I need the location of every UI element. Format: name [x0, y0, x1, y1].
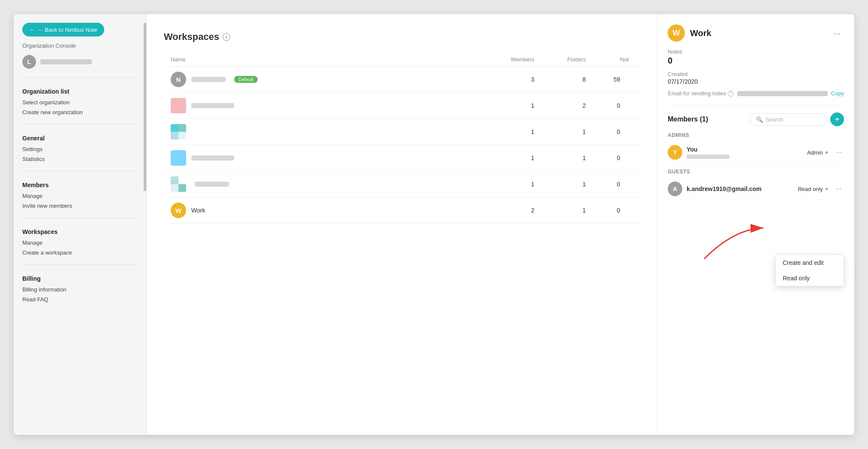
folders-count: 1	[547, 207, 599, 214]
panel-header: W Work ···	[668, 24, 844, 42]
workspace-light-avatar	[171, 176, 186, 192]
members-title: Members (1)	[668, 115, 708, 123]
scrollbar-thumb[interactable]	[144, 23, 146, 191]
table-row[interactable]: 1 2 0	[164, 93, 640, 119]
notes-count: 0	[668, 56, 844, 66]
members-count: 1	[496, 128, 547, 135]
workspaces-title-text: Workspaces	[164, 31, 219, 42]
members-count: 1	[496, 155, 547, 161]
scrollbar-track	[144, 14, 146, 435]
workspace-name-cell	[171, 124, 496, 140]
workspace-name-blurred	[191, 103, 234, 108]
guest-info: k.andrew1910@gmail.com	[687, 185, 793, 192]
table-row[interactable]: 1 1 0	[164, 119, 640, 145]
select-org-link[interactable]: Select organization	[22, 97, 138, 107]
members-count: 1	[496, 181, 547, 188]
create-org-link[interactable]: Create new organization	[22, 107, 138, 117]
default-badge: Default	[234, 76, 258, 83]
workspace-name-cell: W Work	[171, 203, 496, 218]
email-row: Email for sending notes ? Copy	[668, 90, 844, 97]
folders-count: 1	[547, 155, 599, 161]
workspace-avatar: N	[171, 72, 186, 87]
manage-members-link[interactable]: Manage	[22, 191, 138, 201]
back-to-nimbus-button[interactable]: ← ← Back to Nimbus Note	[22, 23, 104, 36]
right-panel: W Work ··· Notes 0 Created 07/17/2020 Em…	[657, 14, 854, 435]
org-list-title: Organization list	[22, 88, 138, 95]
col-folders: Folders	[547, 56, 599, 63]
admins-label: Admins	[668, 132, 844, 138]
folders-count: 8	[547, 76, 599, 83]
workspace-avatar-img	[171, 150, 186, 166]
members-section: Members Manage Invite new members	[14, 174, 146, 215]
create-workspace-link[interactable]: Create a workspace	[22, 248, 138, 258]
info-icon[interactable]: i	[223, 33, 230, 41]
more-options-button[interactable]: ···	[830, 27, 844, 40]
members-search-area: 🔍 Search +	[750, 112, 844, 126]
members-count: 2	[496, 207, 547, 214]
user-avatar: L	[22, 55, 36, 69]
admin-email-blurred	[687, 155, 729, 159]
workspaces-area: Workspaces i Name Members Folders Not N …	[147, 14, 657, 232]
notes-count: 0	[599, 207, 633, 214]
guest-role-text: Read only	[798, 186, 823, 192]
table-row[interactable]: 1 1 0	[164, 171, 640, 197]
org-console-label: Organization Console	[14, 36, 146, 49]
member-row-guest: A k.andrew1910@gmail.com Read only ▼ ···	[668, 178, 844, 200]
general-title: General	[22, 135, 138, 142]
back-arrow-icon: ←	[29, 26, 35, 33]
role-dropdown-menu: Create and edit Read only	[775, 255, 844, 286]
email-blurred	[737, 91, 828, 96]
folders-count: 1	[547, 128, 599, 135]
settings-link[interactable]: Settings	[22, 144, 138, 154]
admin-avatar: Y	[668, 145, 682, 160]
create-and-edit-option[interactable]: Create and edit	[776, 255, 844, 270]
copy-button[interactable]: Copy	[831, 90, 844, 97]
search-placeholder: Search	[766, 116, 783, 123]
notes-count: 0	[599, 128, 633, 135]
workspace-avatar: W	[171, 203, 186, 218]
col-members: Members	[496, 56, 547, 63]
workspace-name-cell	[171, 176, 496, 192]
col-name: Name	[171, 56, 496, 63]
guest-actions-button[interactable]: ···	[833, 184, 844, 194]
table-row[interactable]: N Default 3 8 59	[164, 67, 640, 93]
members-header: Members (1) 🔍 Search +	[668, 112, 844, 126]
table-row[interactable]: 1 1 0	[164, 145, 640, 171]
created-date: 07/17/2020	[668, 78, 844, 85]
table-header: Name Members Folders Not	[164, 53, 640, 67]
guest-avatar: A	[668, 182, 682, 196]
admin-name: You	[687, 146, 803, 153]
billing-info-link[interactable]: Billing information	[22, 285, 138, 294]
workspace-name-blurred	[191, 155, 234, 161]
admin-actions-button[interactable]: ···	[833, 148, 844, 157]
main-content: Workspaces i Name Members Folders Not N …	[147, 14, 657, 435]
admin-info: You	[687, 146, 803, 159]
guests-label: Guests	[668, 169, 844, 175]
manage-workspaces-link[interactable]: Manage	[22, 238, 138, 248]
notes-count: 59	[599, 76, 633, 83]
search-box[interactable]: 🔍 Search	[750, 113, 827, 126]
workspace-name-blurred	[195, 182, 229, 187]
folders-count: 2	[547, 102, 599, 109]
read-faq-link[interactable]: Read FAQ	[22, 294, 138, 304]
invite-members-link[interactable]: Invite new members	[22, 201, 138, 211]
org-name: Work	[690, 28, 711, 38]
folders-count: 1	[547, 181, 599, 188]
org-badge: W	[668, 24, 685, 42]
admin-role-text: Admin	[807, 149, 823, 156]
members-title: Members	[22, 182, 138, 188]
guest-role-selector[interactable]: Read only ▼	[798, 186, 829, 192]
user-name-blurred	[40, 59, 92, 64]
admin-role-selector[interactable]: Admin ▼	[807, 149, 829, 156]
arrow-pointer	[700, 220, 769, 263]
notes-label: Notes	[668, 49, 844, 55]
workspace-teal-avatar	[171, 124, 186, 140]
billing-title: Billing	[22, 275, 138, 282]
read-only-option[interactable]: Read only	[776, 270, 844, 286]
billing-section: Billing Billing information Read FAQ	[14, 267, 146, 309]
add-member-button[interactable]: +	[830, 112, 844, 126]
table-row[interactable]: W Work 2 1 0	[164, 197, 640, 224]
statistics-link[interactable]: Statistics	[22, 154, 138, 164]
member-row-admin: Y You Admin ▼ ···	[668, 142, 844, 164]
role-dropdown-arrow-icon: ▼	[825, 150, 829, 155]
